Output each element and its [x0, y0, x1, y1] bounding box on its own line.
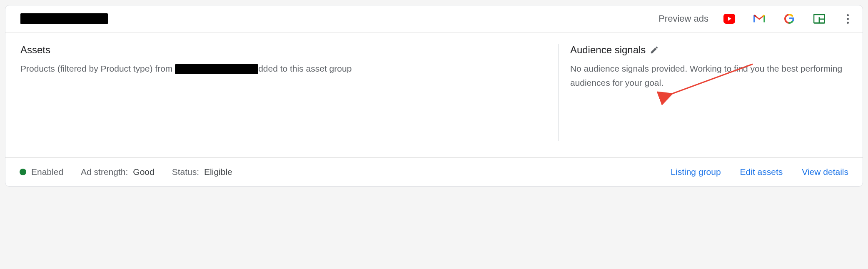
ad-strength-value: Good: [133, 167, 154, 177]
assets-description: Products (filtered by Product type) from…: [20, 62, 550, 76]
view-details-link[interactable]: View details: [802, 167, 848, 177]
ad-strength-label: Ad strength:: [81, 167, 128, 177]
pencil-icon: [650, 45, 659, 55]
assets-title: Assets: [20, 44, 550, 56]
status-dot-icon: [20, 169, 26, 175]
card-footer: Enabled Ad strength: Good Status: Eligib…: [5, 157, 863, 186]
edit-assets-link[interactable]: Edit assets: [740, 167, 783, 177]
audience-signals-title: Audience signals: [570, 44, 848, 56]
audience-signals-section: Audience signals No audience signals pro…: [558, 44, 848, 141]
audience-signals-description: No audience signals provided. Working to…: [570, 62, 848, 90]
gmail-icon[interactable]: [753, 14, 765, 23]
card-header: Preview ads: [5, 5, 863, 32]
card-body: Assets Products (filtered by Product typ…: [5, 32, 863, 157]
enabled-status: Enabled: [20, 167, 63, 177]
status-value: Eligible: [204, 167, 232, 177]
enabled-label: Enabled: [31, 167, 63, 177]
edit-audience-signals-button[interactable]: [650, 45, 659, 55]
listing-group-link[interactable]: Listing group: [671, 167, 721, 177]
footer-actions: Listing group Edit assets View details: [671, 167, 848, 177]
assets-section: Assets Products (filtered by Product typ…: [20, 44, 558, 141]
footer-status-group: Enabled Ad strength: Good Status: Eligib…: [20, 167, 232, 177]
header-title-area: [20, 13, 108, 24]
youtube-icon[interactable]: [723, 14, 735, 23]
assets-desc-post: dded to this asset group: [258, 64, 352, 73]
header-actions: Preview ads: [658, 13, 852, 25]
asset-group-title-redacted: [20, 13, 108, 24]
assets-desc-pre: Products (filtered by Product type) from: [20, 64, 172, 73]
channel-icons: [723, 13, 852, 25]
assets-source-redacted: [175, 64, 258, 74]
status-label: Status:: [172, 167, 199, 177]
google-search-icon[interactable]: [783, 14, 795, 23]
status: Status: Eligible: [172, 167, 232, 177]
more-menu-icon[interactable]: [843, 13, 852, 25]
asset-group-card: Preview ads: [5, 5, 863, 187]
ad-strength: Ad strength: Good: [81, 167, 155, 177]
preview-ads-link[interactable]: Preview ads: [658, 13, 708, 24]
display-network-icon[interactable]: [813, 14, 825, 23]
audience-signals-title-text: Audience signals: [570, 44, 646, 56]
